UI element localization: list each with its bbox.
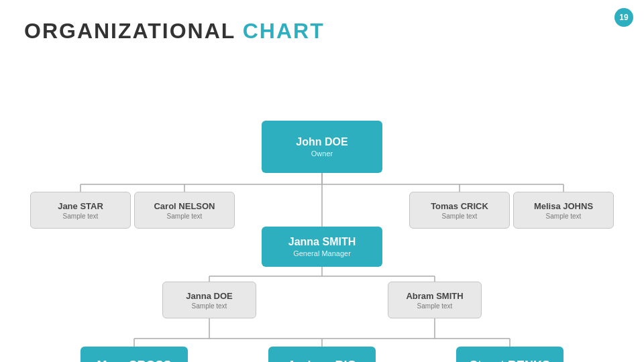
- page-title: ORGANIZATIONAL CHART: [24, 19, 325, 44]
- node-andrew-big: Andrew BIG General Manager: [268, 347, 376, 362]
- org-chart: John DOE Owner Jane STAR Sample text Car…: [0, 60, 644, 362]
- node-mary-cross: Mary CROSS General Manager: [80, 347, 188, 362]
- node-carol-nelson: Carol NELSON Sample text: [134, 192, 235, 229]
- node-abram-smith: Abram SMITH Sample text: [388, 282, 482, 318]
- node-janna-doe: Janna DOE Sample text: [162, 282, 256, 318]
- node-janna-smith: Janna SMITH General Manager: [262, 227, 382, 267]
- node-root: John DOE Owner: [262, 121, 382, 173]
- page-badge: 19: [614, 8, 633, 27]
- node-tomas-crick: Tomas CRICK Sample text: [409, 192, 510, 229]
- node-melisa-johns: Melisa JOHNS Sample text: [513, 192, 614, 229]
- node-jane-star: Jane STAR Sample text: [30, 192, 131, 229]
- node-stuart-benks: Stuart BENKS General Manager: [456, 347, 564, 362]
